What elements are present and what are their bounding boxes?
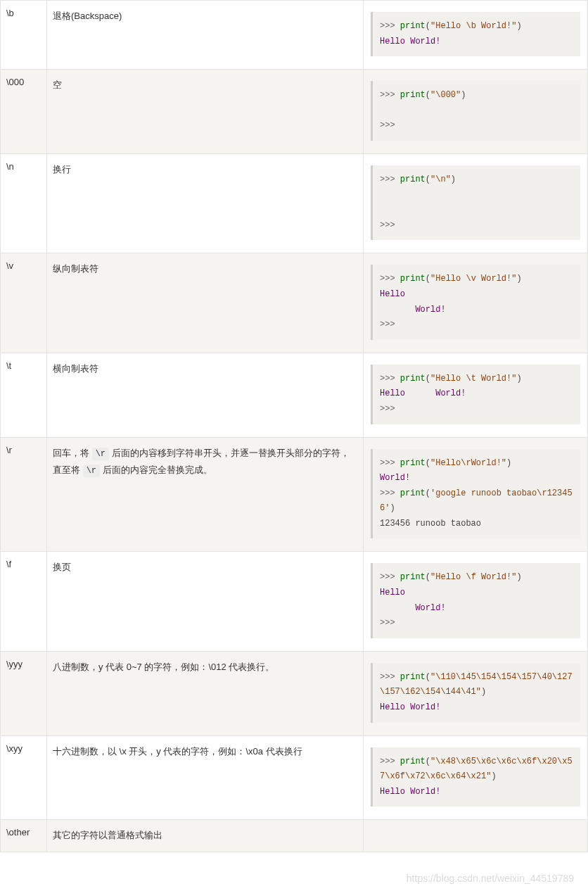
escape-sequence-table: \b退格(Backspace)>>> print("Hello \b World… <box>0 0 588 852</box>
escape-char: \f <box>6 559 11 569</box>
description-cell: 纵向制表符 <box>47 253 364 353</box>
escape-char: \n <box>6 161 14 172</box>
description-cell: 换页 <box>47 552 364 651</box>
table-row: \other其它的字符以普通格式输出 <box>1 820 588 852</box>
table-row: \b退格(Backspace)>>> print("Hello \b World… <box>1 1 588 70</box>
description-cell: 退格(Backspace) <box>47 1 364 70</box>
description-text: 换行 <box>53 161 357 179</box>
escape-char-cell: \other <box>1 820 47 852</box>
table-row: \t横向制表符>>> print("Hello \t World!") Hell… <box>1 353 588 437</box>
table-row: \000空>>> print("\000") >>> <box>1 70 588 154</box>
example-cell: >>> print("\000") >>> <box>364 70 588 154</box>
escape-char: \000 <box>6 77 24 87</box>
code-example: >>> print("Hello \v World!") Hello World… <box>371 265 580 339</box>
description-cell: 其它的字符以普通格式输出 <box>47 820 364 852</box>
escape-char: \t <box>6 360 11 371</box>
description-cell: 换行 <box>47 153 364 253</box>
escape-char-cell: \yyy <box>1 651 47 735</box>
code-example: >>> print("Hello\rWorld!") World! >>> pr… <box>371 449 580 539</box>
escape-char: \v <box>6 260 13 271</box>
table-row: \yyy八进制数，y 代表 0~7 的字符，例如：\012 代表换行。>>> p… <box>1 651 588 735</box>
code-example: >>> print("Hello \t World!") Hello World… <box>371 365 580 424</box>
example-cell: >>> print("\n") >>> <box>364 153 588 253</box>
escape-char: \other <box>6 827 30 838</box>
description-text: 回车，将 \r 后面的内容移到字符串开头，并逐一替换开头部分的字符，直至将 \r… <box>53 445 357 480</box>
escape-char-cell: \xyy <box>1 735 47 820</box>
example-cell: >>> print("\x48\x65\x6c\x6c\x6f\x20\x57\… <box>364 735 588 820</box>
description-text: 八进制数，y 代表 0~7 的字符，例如：\012 代表换行。 <box>53 659 357 676</box>
description-text: 纵向制表符 <box>53 260 357 278</box>
escape-char: \b <box>6 8 14 18</box>
escape-char-cell: \r <box>1 437 47 552</box>
description-text: 空 <box>53 77 357 94</box>
escape-char-cell: \b <box>1 1 47 70</box>
description-text: 退格(Backspace) <box>53 8 357 25</box>
description-cell: 十六进制数，以 \x 开头，y 代表的字符，例如：\x0a 代表换行 <box>47 735 364 820</box>
description-text: 换页 <box>53 559 357 576</box>
example-cell: >>> print("\110\145\154\154\157\40\127\1… <box>364 651 588 735</box>
description-cell: 八进制数，y 代表 0~7 的字符，例如：\012 代表换行。 <box>47 651 364 735</box>
example-cell <box>364 820 588 852</box>
table-row: \v纵向制表符>>> print("Hello \v World!") Hell… <box>1 253 588 353</box>
code-example: >>> print("Hello \b World!") Hello World… <box>371 12 580 56</box>
description-cell: 回车，将 \r 后面的内容移到字符串开头，并逐一替换开头部分的字符，直至将 \r… <box>47 437 364 552</box>
example-cell: >>> print("Hello \v World!") Hello World… <box>364 253 588 353</box>
escape-char-cell: \v <box>1 253 47 353</box>
table-row: \xyy十六进制数，以 \x 开头，y 代表的字符，例如：\x0a 代表换行>>… <box>1 735 588 820</box>
table-row: \f换页>>> print("Hello \f World!") Hello W… <box>1 552 588 651</box>
description-cell: 横向制表符 <box>47 353 364 437</box>
description-text: 其它的字符以普通格式输出 <box>53 827 357 845</box>
escape-char-cell: \f <box>1 552 47 651</box>
escape-char: \xyy <box>6 743 23 754</box>
description-text: 横向制表符 <box>53 360 357 378</box>
code-example: >>> print("\110\145\154\154\157\40\127\1… <box>371 663 580 723</box>
table-row: \n换行>>> print("\n") >>> <box>1 153 588 253</box>
description-text: 十六进制数，以 \x 开头，y 代表的字符，例如：\x0a 代表换行 <box>53 743 357 761</box>
example-cell: >>> print("Hello\rWorld!") World! >>> pr… <box>364 437 588 552</box>
escape-char-cell: \n <box>1 153 47 253</box>
code-example: >>> print("\n") >>> <box>371 165 580 240</box>
escape-char: \r <box>6 445 12 455</box>
table-row: \r回车，将 \r 后面的内容移到字符串开头，并逐一替换开头部分的字符，直至将 … <box>1 437 588 552</box>
code-example: >>> print("\000") >>> <box>371 81 580 141</box>
code-example: >>> print("\x48\x65\x6c\x6c\x6f\x20\x57\… <box>371 747 580 807</box>
description-cell: 空 <box>47 70 364 154</box>
example-cell: >>> print("Hello \t World!") Hello World… <box>364 353 588 437</box>
escape-char-cell: \000 <box>1 70 47 154</box>
example-cell: >>> print("Hello \f World!") Hello World… <box>364 552 588 651</box>
escape-char: \yyy <box>6 659 23 669</box>
example-cell: >>> print("Hello \b World!") Hello World… <box>364 1 588 70</box>
escape-char-cell: \t <box>1 353 47 437</box>
code-example: >>> print("Hello \f World!") Hello World… <box>371 563 580 638</box>
